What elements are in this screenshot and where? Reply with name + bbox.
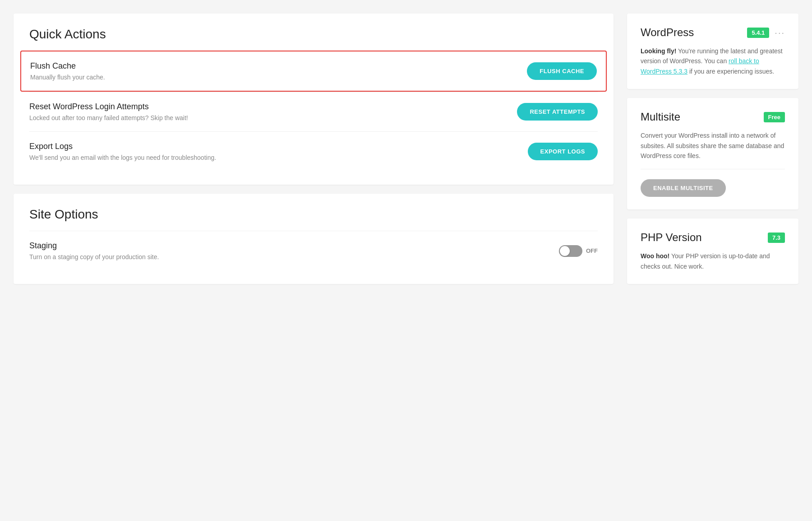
multisite-body-text: Convert your WordPress install into a ne… <box>641 132 784 159</box>
multisite-card-header: Multisite Free <box>641 111 785 123</box>
flush-cache-desc: Manually flush your cache. <box>30 74 105 81</box>
wordpress-body-bold: Looking fly! <box>641 47 676 55</box>
export-logs-title: Export Logs <box>29 142 216 151</box>
flush-cache-text: Flush Cache Manually flush your cache. <box>30 61 105 81</box>
php-version-badge: 7.3 <box>768 233 785 243</box>
flush-cache-item: Flush Cache Manually flush your cache. F… <box>20 51 607 92</box>
multisite-free-badge: Free <box>764 112 785 122</box>
site-options-title: Site Options <box>29 207 598 222</box>
wordpress-card-header: WordPress 5.4.1 ··· <box>641 26 785 39</box>
staging-toggle-label: OFF <box>586 247 598 254</box>
multisite-divider <box>641 169 785 169</box>
wordpress-dots-menu[interactable]: ··· <box>775 28 785 38</box>
php-card: PHP Version 7.3 Woo hoo! Your PHP versio… <box>627 219 798 284</box>
wordpress-card-body: Looking fly! You're running the latest a… <box>641 46 785 76</box>
reset-login-desc: Locked out after too many failed attempt… <box>29 114 188 121</box>
staging-toggle-wrap[interactable]: OFF <box>559 245 598 257</box>
staging-desc: Turn on a staging copy of your productio… <box>29 253 159 260</box>
wordpress-version-badge: 5.4.1 <box>747 28 769 38</box>
flush-cache-button[interactable]: FLUSH CACHE <box>527 62 597 80</box>
multisite-card-title: Multisite <box>641 111 758 123</box>
quick-actions-card: Quick Actions Flush Cache Manually flush… <box>14 14 614 185</box>
php-card-title: PHP Version <box>641 231 762 244</box>
php-card-body: Woo hoo! Your PHP version is up-to-date … <box>641 251 785 271</box>
wordpress-card-title: WordPress <box>641 26 742 39</box>
wordpress-body-end: if you are experiencing issues. <box>687 68 774 75</box>
staging-toggle[interactable] <box>559 245 582 257</box>
flush-cache-title: Flush Cache <box>30 61 105 71</box>
export-logs-item: Export Logs We'll send you an email with… <box>29 131 598 171</box>
reset-login-title: Reset WordPress Login Attempts <box>29 102 188 112</box>
staging-title: Staging <box>29 241 159 251</box>
toggle-knob <box>560 246 570 256</box>
staging-text: Staging Turn on a staging copy of your p… <box>29 241 159 260</box>
staging-row: Staging Turn on a staging copy of your p… <box>29 231 598 270</box>
export-logs-button[interactable]: EXPORT LOGS <box>528 143 598 160</box>
php-card-header: PHP Version 7.3 <box>641 231 785 244</box>
export-logs-desc: We'll send you an email with the logs yo… <box>29 154 216 161</box>
quick-actions-title: Quick Actions <box>29 27 598 42</box>
php-body-bold: Woo hoo! <box>641 252 669 260</box>
site-options-card: Site Options Staging Turn on a staging c… <box>14 194 614 284</box>
reset-attempts-button[interactable]: RESET ATTEMPTS <box>517 103 598 121</box>
export-logs-text: Export Logs We'll send you an email with… <box>29 142 216 161</box>
enable-multisite-button[interactable]: ENABLE MULTISITE <box>641 179 726 197</box>
wordpress-card: WordPress 5.4.1 ··· Looking fly! You're … <box>627 14 798 89</box>
reset-login-item: Reset WordPress Login Attempts Locked ou… <box>29 92 598 131</box>
multisite-card-body: Convert your WordPress install into a ne… <box>641 130 785 161</box>
reset-login-text: Reset WordPress Login Attempts Locked ou… <box>29 102 188 121</box>
multisite-card: Multisite Free Convert your WordPress in… <box>627 98 798 209</box>
